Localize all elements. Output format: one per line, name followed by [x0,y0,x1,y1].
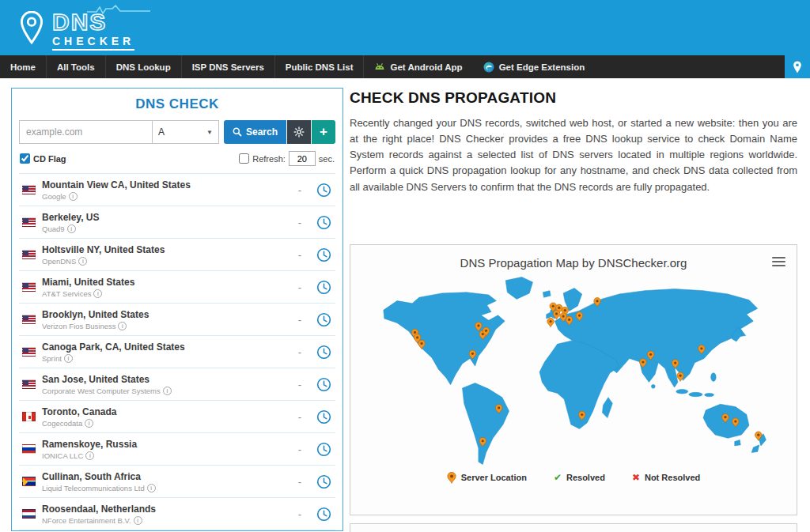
server-row: Berkeley, USQuad9i- [19,206,335,239]
status-pending-icon[interactable] [316,474,331,489]
country-flag-icon [22,315,36,324]
ip-location-button[interactable] [785,55,810,78]
gear-icon [293,126,305,138]
status-pending-icon[interactable] [316,345,331,360]
server-provider: NForce Entertainment B.V.i [42,516,292,525]
info-icon[interactable]: i [85,419,93,428]
server-result: - [298,443,301,455]
country-flag-icon [22,444,36,454]
status-pending-icon[interactable] [316,507,331,522]
refresh-label: Refresh: [252,154,286,164]
nav-item-public-dns-list[interactable]: Public DNS List [275,55,365,78]
info-icon[interactable]: i [69,192,78,201]
nav-item-all-tools[interactable]: All Tools [47,55,106,78]
server-row: Ramenskoye, RussiaIONICA LLCi- [19,433,335,466]
server-result: - [298,249,301,261]
nav-item-home[interactable]: Home [0,55,47,78]
server-row: Brooklyn, United StatesVerizon Fios Busi… [19,304,335,336]
status-pending-icon[interactable] [316,442,331,457]
info-icon[interactable]: i [78,257,87,266]
dnschecker-logo[interactable]: DNS CHECKER [19,5,134,51]
nav-item-isp-dns-servers[interactable]: ISP DNS Servers [182,55,275,78]
server-location: Berkeley, US [42,212,292,223]
map-title: DNS Propagation Map by DNSChecker.org [360,256,787,270]
refresh-seconds-input[interactable] [289,151,316,166]
country-flag-icon [22,217,36,227]
info-icon[interactable]: i [85,451,94,460]
chevron-down-icon: ▼ [206,129,213,136]
dns-lists-card: DNS Lists [350,523,797,532]
nav-item-dns-lookup[interactable]: DNS Lookup [106,55,182,78]
status-pending-icon[interactable] [316,409,331,424]
info-icon[interactable]: i [163,387,172,395]
server-row: Roosendaal, NetherlandsNForce Entertainm… [19,498,335,530]
server-location-marker [547,318,555,327]
main-column: CHECK DNS PROPAGATION Recently changed y… [350,88,804,532]
logo-dns-text: DNS [52,11,134,34]
domain-input[interactable] [19,120,153,144]
server-row: Holtsville NY, United StatesOpenDNSi- [19,239,335,271]
location-pin-icon [793,61,802,74]
server-provider: AT&T Servicesi [42,289,292,298]
country-flag-icon [22,250,36,259]
server-result: - [298,411,301,423]
server-result: - [298,379,301,391]
legend-label: Not Resolved [645,473,700,482]
main-nav: Home All Tools DNS Lookup ISP DNS Server… [0,55,810,78]
logo-text: DNS CHECKER [52,5,134,51]
settings-button[interactable] [287,120,311,144]
status-pending-icon[interactable] [316,280,331,295]
cd-flag-checkbox-label[interactable]: CD Flag [20,153,66,164]
server-row: Canoga Park, CA, United StatesSprinti- [19,336,335,368]
server-location: Ramenskoye, Russia [42,439,292,450]
server-location: San Jose, United States [42,374,292,385]
server-result: - [298,314,301,326]
site-header: DNS CHECKER [0,0,810,55]
legend-label: Server Location [461,473,527,482]
search-row: A ▼ Search [19,120,335,144]
server-location: Cullinan, South Africa [42,471,292,482]
server-result: - [298,346,301,358]
server-result: - [298,508,301,520]
location-pin-icon [19,11,44,44]
server-location: Mountain View CA, United States [42,179,292,191]
info-icon[interactable]: i [118,322,127,330]
add-record-type-button[interactable]: + [312,120,335,144]
server-provider: IONICA LLCi [42,451,292,460]
android-app-label: Get Android App [390,62,462,72]
nav-item-get-android-app[interactable]: Get Android App [364,55,472,78]
refresh-group: Refresh: sec. [239,151,335,166]
cd-flag-checkbox[interactable] [20,153,30,164]
info-icon[interactable]: i [147,484,156,492]
info-icon[interactable]: i [134,516,142,525]
server-row: Mountain View CA, United StatesGooglei- [19,174,335,206]
server-provider: Cogecodatai [42,419,292,428]
server-provider: Corporate West Computer Systemsi [42,387,292,395]
status-pending-icon[interactable] [316,215,331,230]
search-button[interactable]: Search [224,120,286,144]
logo-checker-text: CHECKER [52,35,134,51]
cross-icon: ✖ [632,472,640,483]
info-icon[interactable]: i [64,354,73,363]
server-result: - [298,217,301,228]
legend-not-resolved: ✖ Not Resolved [632,472,700,483]
search-icon [233,127,242,137]
server-location: Brooklyn, United States [42,309,292,320]
page-title: CHECK DNS PROPAGATION [350,89,797,107]
chart-menu-icon[interactable] [772,255,785,269]
status-pending-icon[interactable] [316,377,331,392]
server-row: Miami, United StatesAT&T Servicesi- [19,271,335,304]
refresh-checkbox[interactable] [239,153,249,164]
marker-pin-icon [447,472,456,484]
dns-propagation-map-card: DNS Propagation Map by DNSChecker.org [350,244,797,515]
status-pending-icon[interactable] [316,183,331,198]
status-pending-icon[interactable] [316,247,331,262]
info-icon[interactable]: i [93,289,102,298]
server-provider: Quad9i [42,224,292,233]
info-icon[interactable]: i [67,224,76,233]
status-pending-icon[interactable] [316,312,331,327]
nav-item-get-edge-extension[interactable]: Get Edge Extension [473,55,596,78]
legend-server-location: Server Location [447,472,527,484]
record-type-select[interactable]: A ▼ [153,120,219,144]
refresh-unit: sec. [319,154,335,164]
